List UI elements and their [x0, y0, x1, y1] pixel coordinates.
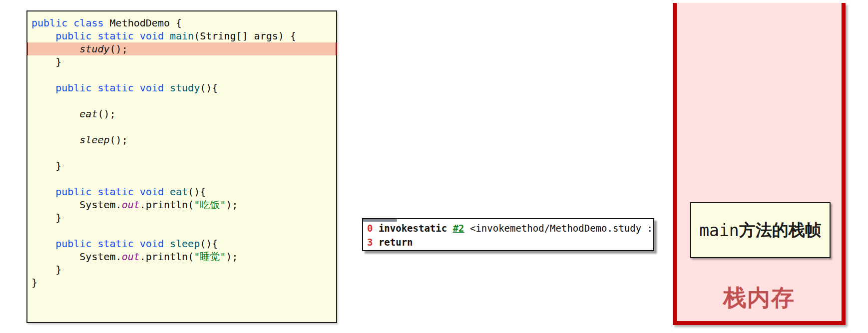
code-line: }	[27, 276, 336, 289]
bytecode-line: 0 invokestatic #2 <invokemethod/MethodDe…	[367, 221, 653, 235]
bytecode-line: 3 return	[367, 235, 653, 249]
code-line	[27, 120, 336, 133]
stack-frame-box: main方法的栈帧	[690, 202, 831, 258]
code-line	[27, 172, 336, 185]
bytecode-lines: 0 invokestatic #2 <invokemethod/MethodDe…	[367, 221, 653, 249]
code-line: sleep();	[27, 133, 336, 146]
stack-memory-panel: main方法的栈帧 栈内存	[673, 3, 846, 325]
code-line: }	[27, 263, 336, 276]
code-line	[27, 94, 336, 107]
stack-memory-label: 栈内存	[677, 283, 842, 314]
code-line	[27, 68, 336, 81]
code-line: public class MethodDemo {	[27, 16, 336, 29]
code-line: }	[27, 211, 336, 224]
code-line: public static void main(String[] args) {	[27, 29, 336, 42]
stack-frame-label-latin: main	[699, 221, 739, 240]
code-line	[27, 146, 336, 159]
scrollbar-thumb[interactable]	[363, 219, 397, 222]
code-line: public static void eat(){	[27, 185, 336, 198]
code-editor-panel: public class MethodDemo { public static …	[26, 10, 337, 323]
code-line: System.out.println("吃饭");	[27, 198, 336, 211]
code-line: eat();	[27, 107, 336, 120]
code-line: public static void sleep(){	[27, 237, 336, 250]
code-line: }	[27, 159, 336, 172]
code-line-highlighted: study();	[27, 42, 336, 55]
stack-frame-label-cjk: 方法的栈帧	[739, 219, 822, 242]
code-line	[27, 224, 336, 237]
code-line: }	[27, 55, 336, 68]
code-lines: public class MethodDemo { public static …	[27, 16, 336, 289]
code-line: System.out.println("睡觉");	[27, 250, 336, 263]
bytecode-popup: 0 invokestatic #2 <invokemethod/MethodDe…	[362, 218, 654, 251]
code-line: public static void study(){	[27, 81, 336, 94]
